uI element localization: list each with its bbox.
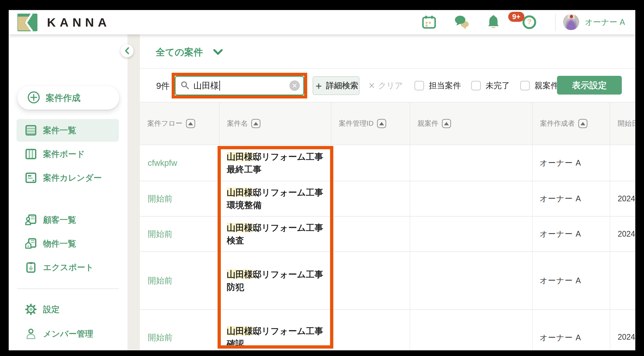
sidebar-item-label: 顧客一覧 (43, 214, 76, 226)
calendar-list-icon (25, 172, 36, 184)
sidebar-item-customers[interactable]: 顧客一覧 (16, 209, 119, 231)
case-flow-link[interactable]: 開始前 (140, 181, 219, 216)
filter-label: 親案件 (534, 80, 559, 91)
result-count: 9件 (156, 80, 170, 92)
checkbox[interactable] (471, 81, 481, 90)
table-row[interactable]: 開始前 山田様邸リフォーム工事 防犯 オーナー A (140, 252, 635, 310)
board-columns-icon (25, 148, 36, 160)
text-caret (219, 81, 220, 91)
case-id-cell (331, 181, 410, 216)
topbar: KANNA (9, 10, 635, 35)
column-header-creator: 案件作成者 (532, 102, 610, 145)
parent-case-cell (410, 252, 532, 309)
table-header: 案件フロー 案件名 案件管理ID 親案件 案件作成者 開始日 (140, 102, 635, 145)
brand-name: KANNA (47, 10, 110, 35)
table-row[interactable]: cfwkpfw 山田様邸リフォーム工事 最終工事 オーナー A (140, 145, 635, 181)
sort-button[interactable] (442, 119, 451, 128)
view-selector[interactable]: 全ての案件 (156, 46, 223, 59)
sidebar: 案件作成 案件一覧 案件ボード (9, 35, 128, 350)
parent-case-cell (410, 310, 532, 350)
view-title: 全ての案件 (156, 46, 203, 59)
case-name-cell[interactable]: 山田様邸リフォーム工事 検査 (219, 217, 331, 251)
sort-asc-icon (188, 122, 193, 125)
case-flow-link[interactable]: 開始前 (140, 310, 219, 350)
x-icon: ✕ (368, 81, 375, 90)
case-name-cell[interactable]: 山田様邸リフォーム工事 確認 (219, 310, 331, 350)
sidebar-item-settings[interactable]: 設定 (16, 298, 119, 321)
table-row[interactable]: 開始前 山田様邸リフォーム工事 環境整備 オーナー A 2024 (140, 181, 635, 217)
plus-icon: ＋ (314, 81, 324, 90)
export-download-icon (25, 262, 36, 273)
clear-label: クリア (378, 80, 403, 91)
chevron-down-icon (213, 49, 223, 56)
case-flow-link[interactable]: 開始前 (140, 252, 219, 309)
plus-circle-icon (28, 91, 40, 105)
sidebar-item-case-calendar[interactable]: 案件カレンダー (16, 166, 119, 189)
sidebar-gutter (128, 35, 140, 350)
sort-button[interactable] (186, 119, 195, 128)
user-avatar[interactable] (563, 14, 579, 30)
sidebar-divider (18, 288, 119, 289)
filter-label: 未完了 (486, 80, 510, 91)
sort-asc-icon (444, 122, 449, 125)
filter-incomplete[interactable]: 未完了 (471, 76, 510, 95)
member-person-icon (25, 328, 36, 339)
create-case-label: 案件作成 (46, 92, 80, 104)
notifications-bell-icon[interactable] (486, 10, 500, 35)
creator-cell: オーナー A (532, 252, 610, 309)
case-name-cell[interactable]: 山田様邸リフォーム工事 防犯 (219, 252, 331, 309)
table-row[interactable]: 開始前 山田様邸リフォーム工事 検査 オーナー A 2024 (140, 217, 635, 252)
table-row[interactable]: 開始前 山田様邸リフォーム工事 確認 オーナー A 2024 (140, 310, 635, 350)
case-flow-link[interactable]: cfwkpfw (140, 145, 219, 181)
create-case-button[interactable]: 案件作成 (18, 86, 119, 110)
sidebar-item-properties[interactable]: 物件一覧 (16, 232, 119, 255)
case-id-cell (331, 217, 410, 251)
sidebar-item-members[interactable]: メンバー管理 (16, 322, 119, 345)
topbar-divider (555, 14, 556, 31)
sidebar-collapse-button[interactable] (120, 44, 134, 57)
column-header-case-id: 案件管理ID (331, 102, 410, 145)
sidebar-item-label: 案件カレンダー (43, 172, 102, 184)
calendar-icon[interactable] (422, 10, 436, 35)
search-clear-icon[interactable]: ✕ (289, 80, 300, 91)
sidebar-item-case-list[interactable]: 案件一覧 (16, 119, 119, 142)
parent-case-cell (410, 145, 532, 181)
customer-card-icon (25, 214, 36, 226)
notification-count-badge: 9+ (508, 12, 524, 22)
creator-cell: オーナー A (532, 217, 610, 251)
chat-icon[interactable] (455, 10, 470, 35)
filter-assigned-cases[interactable]: 担当案件 (414, 76, 461, 95)
advanced-search-button[interactable]: ＋ 詳細検索 (313, 76, 360, 95)
sort-asc-icon (379, 122, 384, 125)
checkbox[interactable] (414, 81, 424, 90)
sort-asc-icon (580, 122, 585, 125)
svg-text:?: ? (527, 18, 532, 26)
kanna-logo-icon[interactable] (18, 14, 38, 31)
column-header-start-date: 開始日 (610, 102, 635, 145)
column-header-parent-case: 親案件 (410, 102, 532, 145)
sidebar-item-case-board[interactable]: 案件ボード (16, 143, 119, 165)
clear-filters-button[interactable]: ✕ クリア (368, 76, 403, 95)
case-name-cell[interactable]: 山田様邸リフォーム工事 最終工事 (219, 145, 331, 181)
checkbox[interactable] (520, 81, 530, 90)
column-header-case-name: 案件名 (219, 102, 331, 145)
filter-parent-cases[interactable]: 親案件 (520, 76, 559, 95)
sidebar-item-label: 物件一覧 (43, 238, 76, 249)
sort-button[interactable] (251, 119, 260, 128)
sort-asc-icon (254, 122, 258, 125)
display-settings-button[interactable]: 表示設定 (557, 76, 622, 95)
sort-button[interactable] (578, 119, 588, 128)
user-name[interactable]: オーナー A (585, 10, 625, 35)
sidebar-item-pricing-plan[interactable]: 料金プラン (16, 346, 119, 350)
help-icon[interactable]: ? (522, 10, 536, 35)
title-divider (140, 68, 635, 69)
sort-button[interactable] (377, 119, 386, 128)
parent-case-cell (410, 181, 532, 216)
sidebar-item-export[interactable]: エクスポート (16, 256, 119, 279)
parent-case-cell (410, 217, 532, 251)
case-name-cell[interactable]: 山田様邸リフォーム工事 環境整備 (219, 181, 331, 216)
search-input[interactable]: 山田様 ✕ (175, 76, 304, 95)
creator-cell: オーナー A (532, 181, 610, 216)
case-flow-link[interactable]: 開始前 (140, 217, 219, 251)
property-card-icon (25, 238, 36, 249)
